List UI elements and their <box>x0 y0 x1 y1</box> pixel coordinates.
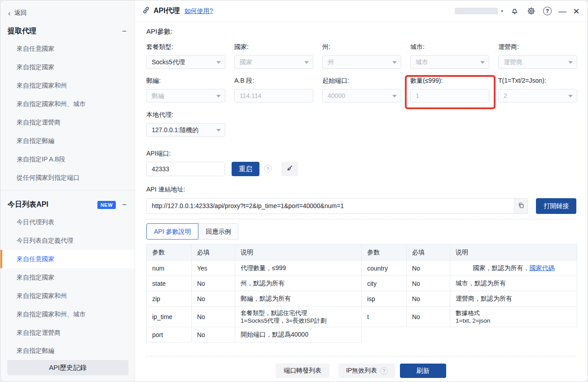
help-icon[interactable]: ? <box>543 7 552 15</box>
account-caret-icon[interactable]: ▾ <box>501 9 503 13</box>
minimize-icon[interactable]: — <box>558 7 566 15</box>
chevron-down-icon <box>216 129 221 132</box>
cell-desc: 州，默認为所有 <box>235 276 361 291</box>
table-header-row: 参数 必填 说明 <box>147 244 361 261</box>
table-header-row: 参数 必填 说明 <box>362 244 577 261</box>
cell-desc: 套餐類型，默認住宅代理 1=Socks5代理，3=長效ISP計劃 <box>235 306 361 327</box>
sidebar-item-country-state[interactable]: 來自指定國家和州 <box>0 76 135 95</box>
field-label: 套餐類型: <box>146 43 225 52</box>
api-link-input[interactable]: http://127.0.0.1:42333/api/proxy?t=2&ip_… <box>146 198 528 214</box>
field-zip: 郵編: 郵編 <box>146 77 225 102</box>
copy-button[interactable] <box>514 199 527 213</box>
field-label: 州: <box>322 43 401 52</box>
close-icon[interactable]: × <box>573 6 579 17</box>
section-header-extract-proxy[interactable]: 提取代理 − <box>8 27 127 36</box>
country-select[interactable]: 國家 <box>234 55 313 69</box>
sidebar-item-country-state-city-2[interactable]: 來自指定國家和州、城市 <box>0 305 135 324</box>
desc-text: 國家，默認为所有， <box>473 264 530 272</box>
sidebar-item-zip-2[interactable]: 來自指定郵編 <box>0 342 135 355</box>
zip-select[interactable]: 郵編 <box>146 89 225 102</box>
cell-required: No <box>407 306 450 327</box>
clear-button[interactable] <box>281 162 298 176</box>
start-port-select[interactable]: 40000 <box>322 89 401 102</box>
account-name-redacted[interactable] <box>455 8 498 14</box>
sidebar-item-isp-2[interactable]: 來自指定運營商 <box>0 324 135 342</box>
link-icon <box>142 6 150 16</box>
isp-select[interactable]: 運營商 <box>498 55 577 69</box>
refresh-button[interactable]: 刷新 <box>400 364 446 378</box>
invalid-ip-list-button[interactable]: IP無效列表 ? <box>338 364 395 378</box>
section-header-today-list-api[interactable]: 今日列表API NEW − <box>8 200 127 209</box>
select-value: 40000 <box>328 92 345 99</box>
sidebar-item-any-country[interactable]: 來自任意國家 <box>0 40 135 58</box>
param-table-left: 参数 必填 说明 num Yes 代理數量，≤999 state No 州，默認… <box>146 244 362 342</box>
city-select[interactable]: 城市 <box>410 55 489 69</box>
cell-param: t <box>362 306 407 327</box>
quantity-input[interactable]: 1 <box>410 89 489 102</box>
field-format-t: T(1=Txt/2=Json): 2 <box>498 77 577 102</box>
collapse-icon[interactable]: − <box>122 200 127 209</box>
tab-response-example[interactable]: 回應示例 <box>198 223 238 240</box>
sidebar-item-country-state-2[interactable]: 來自指定國家和州 <box>0 287 135 305</box>
restart-help-icon[interactable]: ? <box>264 165 272 173</box>
cell-param: state <box>147 276 192 291</box>
cell-param: zip <box>147 291 192 306</box>
how-to-use-link[interactable]: 如何使用? <box>184 7 213 15</box>
sidebar-item-specified-country-2[interactable]: 來自指定國家 <box>0 268 135 287</box>
cell-desc: 郵編，默認为所有 <box>235 291 361 306</box>
field-label: A.B 段: <box>234 77 313 86</box>
tab-bar: API 參數說明 回應示例 <box>146 223 238 240</box>
country-code-link[interactable]: 國家代碼 <box>530 264 555 272</box>
collapse-icon[interactable]: − <box>122 27 127 36</box>
field-isp: 運營商: 運營商 <box>498 43 577 69</box>
field-label: 本地代理: <box>146 111 225 120</box>
api-history-button[interactable]: API歷史記錄 <box>7 360 128 375</box>
app-window: ‹ 返回 提取代理 − 來自任意國家 來自指定國家 來自指定國家和州 來自指定國… <box>0 0 588 382</box>
open-link-button[interactable]: 打開鏈接 <box>536 198 576 214</box>
desc-line-2: 1=txt, 2=json <box>456 317 572 324</box>
select-value: 運營商 <box>504 58 522 66</box>
api-port-input[interactable]: 42333 <box>146 162 225 176</box>
sidebar-item-isp[interactable]: 來自指定運營商 <box>0 113 135 132</box>
sidebar-item-country-state-city[interactable]: 來自指定國家和州、城市 <box>0 95 135 113</box>
chevron-down-icon <box>568 95 573 98</box>
select-value: 城市 <box>416 58 428 66</box>
api-link-value: http://127.0.0.1:42333/api/proxy?t=2&ip_… <box>147 199 514 213</box>
port-forward-list-button[interactable]: 端口轉發列表 <box>276 364 329 378</box>
sidebar-item-any-country-port[interactable]: 從任何國家到指定端口 <box>0 169 135 187</box>
restart-button[interactable]: 重启 <box>232 162 259 176</box>
sidebar-item-specified-country[interactable]: 來自指定國家 <box>0 58 135 76</box>
settings-gear-icon[interactable] <box>527 7 536 15</box>
main-header: API代理 如何使用? ▾ <box>135 0 588 22</box>
field-plan-type: 套餐類型: Socks5代理 <box>146 43 225 69</box>
chevron-down-icon <box>480 61 485 64</box>
tab-api-param-description[interactable]: API 參數說明 <box>146 223 198 240</box>
state-select[interactable]: 州 <box>322 55 401 69</box>
broom-icon <box>286 164 294 173</box>
local-proxy-select[interactable]: 127.0.0.1:隨機的 <box>146 123 225 137</box>
sidebar-item-today-proxy-list[interactable]: 今日代理列表 <box>0 213 135 231</box>
field-label: 城市: <box>410 43 489 52</box>
sidebar: ‹ 返回 提取代理 − 來自任意國家 來自指定國家 來自指定國家和州 來自指定國… <box>0 0 135 382</box>
invalid-ip-help-icon[interactable]: ? <box>380 367 388 375</box>
cell-desc: 代理數量，≤999 <box>235 261 361 275</box>
field-label: 數量(≤999): <box>410 77 489 86</box>
chevron-left-icon: ‹ <box>8 9 11 17</box>
field-local-proxy: 本地代理: 127.0.0.1:隨機的 <box>146 111 225 137</box>
dashed-divider-bottom <box>146 356 576 356</box>
field-label: 國家: <box>234 43 313 52</box>
chevron-down-icon <box>216 61 221 64</box>
ab-segment-input[interactable]: 114.114 <box>234 89 313 102</box>
sidebar-item-zip[interactable]: 來自指定郵編 <box>0 132 135 150</box>
cell-param: isp <box>362 291 407 306</box>
sidebar-item-today-custom-proxy[interactable]: 今日列表自定義代理 <box>0 231 135 250</box>
sidebar-item-any-country-active[interactable]: 來自任意國家 <box>0 250 135 268</box>
plan-type-select[interactable]: Socks5代理 <box>146 55 225 69</box>
back-button[interactable]: ‹ 返回 <box>8 9 135 17</box>
chevron-down-icon <box>216 95 221 98</box>
select-value: 2 <box>504 92 507 99</box>
format-t-select[interactable]: 2 <box>498 89 577 102</box>
notification-bell-icon[interactable] <box>510 7 520 15</box>
field-label: 起始端口: <box>322 77 401 86</box>
sidebar-item-ip-ab[interactable]: 来自指定IP A.B段 <box>0 150 135 169</box>
